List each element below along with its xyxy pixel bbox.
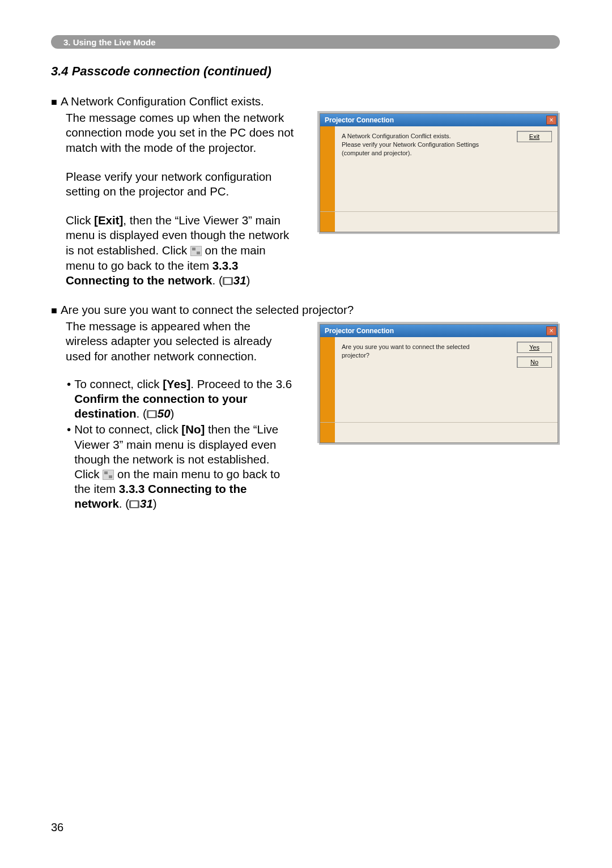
dialog-message: A Network Configuration Conflict exists.… [342, 132, 489, 158]
network-icon [190, 246, 202, 256]
dialog-side-stripe [320, 423, 335, 442]
book-icon [129, 500, 139, 508]
bullet-heading: ■ A Network Configuration Conflict exist… [51, 94, 295, 109]
paragraph: Click [Exit], then the “Live Viewer 3” m… [51, 213, 295, 288]
dialog-buttons: Exit [517, 131, 552, 142]
close-icon[interactable]: × [546, 326, 556, 335]
bullet-title: A Network Configuration Conflict exists. [61, 94, 264, 109]
dialog-side-stripe [320, 337, 335, 422]
dialog-content: Are you sure you want to connect the sel… [320, 337, 558, 422]
square-bullet-icon: ■ [51, 96, 57, 109]
book-icon [147, 410, 157, 418]
exit-button[interactable]: Exit [517, 131, 552, 142]
dialog-screenshot-conflict: Projector Connection × A Network Configu… [317, 111, 558, 232]
dialog-body: Are you sure you want to connect the sel… [335, 337, 558, 422]
paragraph: The message comes up when the network co… [51, 110, 295, 156]
page-heading: 3.4 Passcode connection (continued) [51, 64, 271, 79]
bullet-title: Are you sure you want to connect the sel… [61, 303, 354, 318]
list-item: • To connect, click [Yes]. Proceed to th… [66, 377, 295, 422]
dialog-side-stripe [320, 126, 335, 211]
paragraph: Please verify your network configuration… [51, 169, 295, 199]
dialog-window: Projector Connection × Are you sure you … [320, 324, 558, 443]
dialog-window: Projector Connection × A Network Configu… [320, 113, 558, 232]
dialog-content: A Network Configuration Conflict exists.… [320, 126, 558, 211]
section-header-text: 3. Using the Live Mode [63, 37, 156, 47]
dialog-footer [320, 211, 558, 232]
dialog-side-stripe [320, 212, 335, 232]
dialog-message: Are you sure you want to connect the sel… [342, 343, 489, 360]
book-icon [223, 277, 233, 285]
bullet-dot-icon: • [67, 377, 71, 392]
topic-block-conflict: ■ A Network Configuration Conflict exist… [51, 94, 295, 288]
yes-button[interactable]: Yes [517, 342, 552, 353]
dialog-titlebar: Projector Connection × [320, 325, 558, 337]
dialog-title: Projector Connection [325, 116, 394, 124]
dialog-screenshot-confirm: Projector Connection × Are you sure you … [317, 322, 558, 443]
bullet-dot-icon: • [67, 422, 71, 437]
sub-bullet-list: • To connect, click [Yes]. Proceed to th… [51, 377, 295, 512]
bullet-heading: ■ Are you sure you want to connect the s… [51, 303, 561, 318]
list-item: • Not to connect, click [No] then the “L… [66, 422, 295, 511]
dialog-titlebar: Projector Connection × [320, 114, 558, 126]
dialog-body: A Network Configuration Conflict exists.… [335, 126, 558, 211]
no-button[interactable]: No [517, 356, 552, 368]
dialog-buttons: Yes No [517, 342, 552, 368]
paragraph: The message is appeared when the wireles… [51, 319, 295, 364]
network-icon [103, 470, 114, 480]
close-icon[interactable]: × [546, 116, 556, 125]
section-header-bar: 3. Using the Live Mode [51, 35, 560, 49]
dialog-footer [320, 422, 558, 442]
dialog-title: Projector Connection [325, 327, 394, 335]
square-bullet-icon: ■ [51, 304, 57, 317]
page-number: 36 [51, 821, 63, 834]
